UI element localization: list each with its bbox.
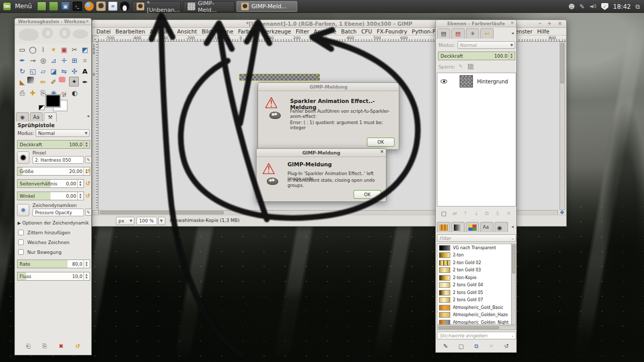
minimize-button[interactable]: – [538, 21, 541, 26]
workspace-switcher-icon[interactable]: ⧉ [635, 3, 640, 10]
gradient-hscrollbar[interactable] [437, 325, 516, 330]
edit-brush-button[interactable]: ✎ [85, 156, 92, 163]
dock-tab[interactable]: ⚒ [44, 112, 57, 122]
default-colors-icon[interactable] [39, 105, 45, 110]
dynamics-options-expander[interactable]: ▶ Optionen der Zeichendynamik [18, 220, 89, 226]
footer-button[interactable]: ✖ [59, 343, 63, 350]
dynamics-field[interactable]: Pressure Opacity [32, 209, 84, 216]
footer-button[interactable]: ↺ [75, 343, 80, 350]
close-icon[interactable]: × [380, 149, 384, 154]
gradient-list-item[interactable]: VG nach Transparent [437, 244, 516, 252]
gradients-footer-button[interactable]: ✎ [443, 343, 448, 350]
ok-button[interactable]: OK [367, 137, 395, 147]
ok-button[interactable]: OK [353, 190, 381, 199]
spin-buttons[interactable]: ▲▼ [83, 141, 89, 148]
tool-button[interactable]: ✦ [69, 77, 79, 87]
clock[interactable]: 18:42 [613, 3, 631, 10]
dock-tab[interactable]: ▤ [437, 28, 450, 39]
tool-button[interactable]: ✒ [17, 55, 27, 66]
gradient-list-item[interactable]: Atmospheric_Golden_Night [437, 319, 516, 325]
dock-tab[interactable]: ▤ [451, 28, 465, 39]
close-icon[interactable]: × [510, 20, 514, 25]
tool-button[interactable]: ◯ [27, 44, 38, 55]
menu-item[interactable]: Ansicht [177, 28, 197, 35]
scrollbar-thumb[interactable] [512, 245, 515, 273]
tool-button[interactable]: ⎙ [17, 88, 27, 98]
tool-button[interactable]: ↻ [17, 66, 27, 77]
tool-button[interactable]: ▮ [27, 77, 34, 83]
menu-item[interactable]: Batch [341, 28, 357, 35]
gradients-footer-button[interactable]: ↺ [504, 343, 509, 350]
spin-buttons[interactable]: ▲▼ [509, 52, 514, 60]
zoom-dropdown-button[interactable]: ▼ [158, 217, 165, 225]
scrollbar-thumb[interactable] [438, 326, 499, 329]
menu-item[interactable]: CFU [361, 28, 372, 35]
dock-menu-button[interactable]: ◂ [87, 113, 89, 118]
tool-button[interactable]: ⌗ [80, 55, 90, 66]
swap-colors-icon[interactable]: ⇄ [62, 93, 66, 98]
menu-item[interactable]: Animate [314, 28, 336, 35]
angle-spinslider[interactable]: Winkel 0,00 ▲▼ [17, 192, 84, 200]
tool-button[interactable]: ✶ [48, 44, 59, 55]
opacity-slider[interactable]: Deckkraft 100,0 ▲▼ [17, 140, 90, 149]
tags-input[interactable]: Stichworte eingeben ⌄ [437, 332, 516, 339]
flow-slider[interactable]: Fluss 10,0 ▲▼ [17, 272, 90, 281]
layers-footer-button[interactable]: ▱ [452, 210, 456, 217]
gradient-list-item[interactable]: 2-ton [437, 252, 516, 260]
footer-button[interactable]: ⎘ [42, 343, 47, 350]
tool-button[interactable]: ◣ [17, 77, 27, 88]
spin-buttons[interactable]: ▲▼ [83, 260, 89, 268]
vertical-scrollbar[interactable] [560, 42, 565, 210]
dock-tab[interactable] [466, 222, 479, 232]
dock-tab[interactable]: Aa [30, 112, 43, 122]
layer-thumbnail[interactable] [460, 75, 473, 88]
gradients-footer-button[interactable]: ✕ [489, 343, 494, 350]
toolbox-titlebar[interactable]: Werkzeugkasten - Werkzeugeinst... × [15, 19, 91, 25]
dock-tab[interactable]: Aa [480, 222, 494, 232]
tool-button[interactable]: ▱ [38, 66, 48, 77]
launcher-icon[interactable] [84, 2, 94, 11]
dynamics-preview-button[interactable]: ❋ [17, 204, 29, 216]
layers-list[interactable]: Hintergrund [437, 73, 516, 206]
close-button[interactable]: × [558, 21, 562, 26]
gradient-list-item[interactable]: Atmospheric_Golden_Haze [437, 312, 516, 319]
gradient-list-item[interactable]: Atmospheric_Gold_Basic [437, 304, 516, 312]
tool-button[interactable]: ▣ [59, 44, 69, 55]
motion-only-checkbox[interactable] [18, 249, 24, 255]
layers-footer-button[interactable]: ↓ [474, 210, 479, 217]
launcher-icon[interactable]: ≡ [108, 2, 117, 11]
lock-pixels-icon[interactable]: ✎ [459, 63, 463, 69]
layers-footer-button[interactable]: ✕ [506, 210, 511, 217]
unit-dropdown[interactable]: px▼ [116, 217, 134, 225]
zoom-input[interactable]: 100 % [137, 217, 157, 225]
gradient-list[interactable]: VG nach Transparent 2-ton 2-ton Gold 02 … [437, 244, 516, 325]
tool-button[interactable]: ✂ [69, 44, 79, 55]
dock-menu-button[interactable]: ◂ [511, 30, 514, 36]
aspect-spinslider[interactable]: Seitenverhältnis 0,00 ▲▼ [17, 179, 84, 188]
edit-dynamics-button[interactable]: ✎ [85, 209, 92, 216]
scrollbar-thumb[interactable] [561, 43, 564, 83]
tablet-pen-icon[interactable]: ✎ [580, 4, 585, 10]
tool-button[interactable]: ⊞ [69, 55, 79, 66]
layers-footer-button[interactable]: ⧉ [485, 210, 489, 217]
tool-button[interactable]: ⊸ [27, 55, 38, 66]
gradients-footer-button[interactable]: ▢ [459, 343, 464, 350]
layer-visible-eye-icon[interactable] [440, 79, 447, 83]
launcher-icon[interactable] [37, 2, 46, 11]
scrollbar-thumb[interactable] [100, 211, 224, 214]
spin-buttons[interactable]: ▲▼ [77, 192, 83, 200]
dock-titlebar[interactable]: Ebenen - Farbverläufe × [436, 20, 516, 27]
tool-button[interactable]: ⌇ [38, 44, 48, 55]
tool-button[interactable]: A [80, 66, 90, 77]
tool-button[interactable]: ⇋ [59, 66, 69, 77]
dock-tab[interactable]: ↩ [480, 28, 494, 39]
tool-button[interactable]: ◱ [27, 66, 38, 77]
menu-item[interactable]: FX-Foundry [377, 28, 407, 35]
menu-item[interactable]: Werkzeuge [261, 28, 291, 35]
menu-item[interactable]: Ebene [216, 28, 233, 35]
mint-logo-icon[interactable]: lm [3, 2, 11, 11]
dock-tab[interactable]: ◉ [16, 112, 29, 122]
launcher-icon[interactable] [120, 2, 129, 11]
tool-button[interactable]: ✏ [38, 77, 48, 88]
menu-item[interactable]: Farben [238, 28, 257, 35]
